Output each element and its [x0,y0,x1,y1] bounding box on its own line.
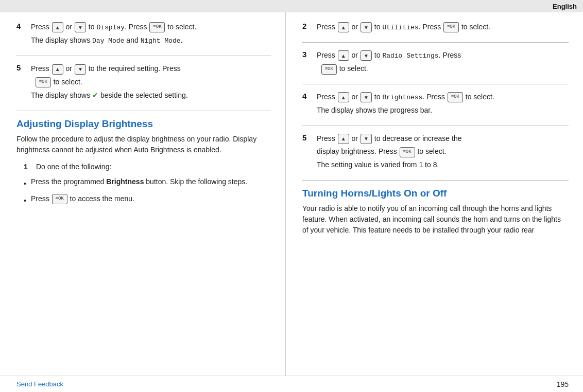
step-5-right-content: Press ▲ or ▼ to decrease or increase the… [317,133,569,173]
bullet-dot-1: • [24,179,28,189]
step-2-right-content: Press ▲ or ▼ to Utilities. Press ≡OK to … [317,22,569,35]
bullet-2-text: Press ≡OK to access the menu. [31,193,134,204]
right-column: 2 Press ▲ or ▼ to Utilities. Press ≡OK t… [286,12,583,376]
step-4-right-note: The display shows the progress bar. [317,105,569,116]
horns-lights-section: Turning Horns/Lights On or Off Your radi… [302,188,569,236]
up-arrow-icon-5: ▲ [52,64,63,75]
down-arrow-icon-5: ▼ [75,64,86,75]
step-3-right-line1: Press ▲ or ▼ to Radio Settings. Press [317,50,569,61]
sub-step-1-label: Do one of the following: [36,162,111,172]
step-5-left-line2: ≡OK to select. [31,77,271,88]
up-arrow-r4: ▲ [338,92,349,102]
step-5-left-note: The display shows ✔ beside the selected … [31,90,271,101]
up-arrow-r5: ▲ [338,134,349,144]
step-4-left-line1: Press ▲ or ▼ to Display. Press ≡OK to se… [31,22,271,33]
step-5-left: 5 Press ▲ or ▼ to the required setting. … [16,63,271,111]
ok-r3: ≡OK [321,64,337,75]
down-arrow-icon: ▼ [75,22,86,32]
utilities-code: Utilities [382,24,418,31]
ok-r4: ≡OK [448,92,463,102]
bullet-dot-2: • [24,195,28,206]
adjusting-brightness-intro: Follow the procedure to adjust the displ… [16,134,271,155]
step-4-left-note: The display shows Day Mode and Night Mod… [31,35,271,46]
step-5-left-line1: Press ▲ or ▼ to the required setting. Pr… [31,63,271,75]
horns-lights-title: Turning Horns/Lights On or Off [302,188,569,199]
up-arrow-icon: ▲ [52,22,63,32]
down-arrow-r3: ▼ [361,50,372,61]
display-code: Display [96,24,125,31]
brightness-bold: Brightness [106,177,144,186]
ok-r2: ≡OK [443,22,459,32]
step-number-4: 4 [16,22,26,48]
footer: Send Feedback 195 [0,376,583,392]
up-arrow-r2: ▲ [338,22,349,32]
step-number-5-r: 5 [302,133,312,173]
ok-r5: ≡OK [400,147,415,157]
left-column: 4 Press ▲ or ▼ to Display. Press ≡OK to … [0,12,286,376]
step-number-2: 2 [302,22,312,35]
adjusting-brightness-section: Adjusting Display Brightness Follow the … [16,118,271,206]
ok-icon-bullet: ≡OK [52,194,67,204]
ok-icon-5: ≡OK [36,77,51,87]
top-bar: English [0,0,583,12]
step-4-left: 4 Press ▲ or ▼ to Display. Press ≡OK to … [16,22,271,56]
ok-icon: ≡OK [149,22,165,32]
sub-steps: 1 Do one of the following: • Press the p… [24,162,271,206]
adjusting-brightness-title: Adjusting Display Brightness [16,118,271,130]
step-5-right-line1: Press ▲ or ▼ to decrease or increase the [317,133,569,145]
step-3-right: 3 Press ▲ or ▼ to Radio Settings. Press … [302,50,569,84]
sub-step-1: 1 Do one of the following: [24,162,271,172]
step-5-right-note: The setting value is varied from 1 to 8. [317,159,569,171]
bullet-list: • Press the programmed Brightness button… [24,176,271,206]
step-number-5: 5 [16,63,26,103]
bullet-item-2: • Press ≡OK to access the menu. [24,193,271,206]
step-4-right-line1: Press ▲ or ▼ to Brightness. Press ≡OK to… [317,92,569,103]
brightness-code: Brightness [382,94,422,101]
step-2-right: 2 Press ▲ or ▼ to Utilities. Press ≡OK t… [302,22,569,43]
step-2-right-line1: Press ▲ or ▼ to Utilities. Press ≡OK to … [317,22,569,33]
press-label: Press [31,23,52,31]
step-5-right: 5 Press ▲ or ▼ to decrease or increase t… [302,133,569,181]
down-arrow-r4: ▼ [361,92,372,102]
step-5-right-line2: display brightness. Press ≡OK to select. [317,146,569,157]
to-label: to [89,23,97,31]
step-4-left-content: Press ▲ or ▼ to Display. Press ≡OK to se… [31,22,271,48]
language-label: English [553,3,577,10]
horns-lights-intro: Your radio is able to notify you of an i… [302,203,569,236]
send-feedback-link[interactable]: Send Feedback [16,380,63,388]
radio-settings-code: Radio Settings [382,52,438,60]
checkmark-icon: ✔ [92,91,98,99]
page-number: 195 [557,380,569,388]
or-label: or [66,23,74,31]
step-3-right-content: Press ▲ or ▼ to Radio Settings. Press ≡O… [317,50,569,77]
step-4-right-content: Press ▲ or ▼ to Brightness. Press ≡OK to… [317,92,569,118]
sub-step-number-1: 1 [24,162,32,172]
step-number-4-r: 4 [302,92,312,118]
down-arrow-r5: ▼ [361,134,372,144]
step-5-left-content: Press ▲ or ▼ to the required setting. Pr… [31,63,271,103]
main-content: 4 Press ▲ or ▼ to Display. Press ≡OK to … [0,12,583,376]
step-number-3: 3 [302,50,312,77]
step-3-right-line2: ≡OK to select. [317,63,569,75]
down-arrow-r2: ▼ [361,22,372,32]
bullet-item-1: • Press the programmed Brightness button… [24,176,271,189]
up-arrow-r3: ▲ [338,50,349,61]
step-4-right: 4 Press ▲ or ▼ to Brightness. Press ≡OK … [302,92,569,126]
bullet-1-text: Press the programmed Brightness button. … [31,176,247,187]
